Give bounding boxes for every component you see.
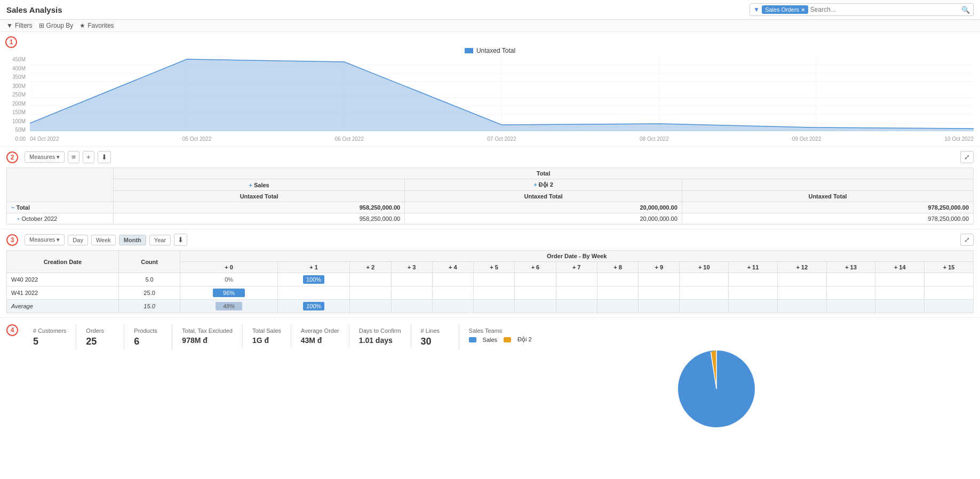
pivot-untaxed-3: Untaxed Total	[682, 191, 973, 202]
stat-lines-label: # Lines	[421, 328, 449, 334]
stat-tax-excl: Total, Tax Excluded 978M đ	[172, 324, 243, 348]
pivot-total-label: Total	[537, 170, 550, 177]
cohort-order-date-header: Order Date - By Week	[180, 251, 974, 262]
cohort-measures-btn[interactable]: Measures ▾	[25, 234, 65, 245]
pivot-untaxed-1: Untaxed Total	[114, 191, 405, 202]
pivot-val-grand-total: 978,250,000.00	[682, 202, 973, 213]
pivot-download-btn[interactable]: ⬇	[98, 151, 111, 163]
stat-lines: # Lines 30	[411, 324, 459, 350]
filters-btn[interactable]: ▼ Filters	[6, 22, 33, 29]
area-chart-svg	[30, 57, 974, 131]
cohort-toolbar: 3 Measures ▾ Day Week Month Year ⬇ ⤢	[6, 234, 974, 246]
pivot-total-minus[interactable]: −	[11, 204, 14, 211]
filters-label: Filters	[15, 22, 33, 29]
chart-y-labels: 450M 400M 350M 300M 250M 200M 150M 100M …	[6, 57, 28, 142]
favorites-icon: ★	[79, 22, 85, 29]
stat-days-confirm: Days to Confirm 1.01 days	[349, 324, 411, 348]
filter-icon: ▼	[753, 6, 760, 13]
pivot-table: Total + Sales + Đội 2 Untaxed Total Unta…	[6, 167, 974, 225]
favorites-btn[interactable]: ★ Favorites	[79, 22, 114, 29]
pie-legend-sales-dot	[469, 337, 476, 342]
stat-products-label: Products	[134, 328, 162, 334]
pivot-oct-plus[interactable]: +	[17, 215, 20, 222]
cohort-table: Creation Date Count Order Date - By Week…	[6, 250, 974, 313]
stat-avg-order-label: Average Order	[301, 328, 339, 334]
search-icon: 🔍	[961, 6, 970, 14]
stat-orders: Orders 25	[76, 324, 124, 350]
favorites-label: Favorites	[87, 22, 114, 29]
pivot-section: 2 Measures ▾ ≡ + ⬇ ⤢ Total + Sales +	[0, 147, 980, 229]
measures-label: Measures	[29, 154, 55, 160]
groupby-icon: ⊞	[39, 22, 44, 29]
pivot-empty-header	[7, 168, 114, 202]
cohort-week-btn[interactable]: Week	[91, 235, 116, 245]
pivot-doi2-plus[interactable]: +	[533, 181, 537, 188]
step-4-badge: 4	[6, 324, 18, 336]
stat-days-confirm-value: 1.01 days	[359, 336, 401, 345]
pivot-val-oct-sales: 958,250,000.00	[114, 213, 405, 225]
pivot-row-total: − Total 958,250,000.00 20,000,000.00 978…	[7, 202, 974, 213]
chart-legend: Untaxed Total	[6, 47, 974, 54]
search-input[interactable]	[808, 6, 961, 13]
pivot-val-oct-doi2: 20,000,000.00	[405, 213, 682, 225]
chart-container: 450M 400M 350M 300M 250M 200M 150M 100M …	[6, 57, 974, 142]
page-header: Sales Analysis ▼ Sales Orders × 🔍	[0, 0, 980, 20]
groupby-label: Group By	[46, 22, 74, 29]
filter-tag-close[interactable]: ×	[801, 6, 804, 13]
stat-customers-label: # Customers	[33, 328, 66, 334]
stat-customers-value: 5	[33, 336, 66, 347]
pivot-toggle-btn[interactable]: ≡	[68, 151, 79, 163]
stat-orders-label: Orders	[86, 328, 114, 334]
pivot-doi2-header: + Đội 2	[405, 179, 682, 191]
cohort-creation-header: Creation Date	[7, 251, 119, 273]
stat-avg-order-value: 43M đ	[301, 336, 339, 345]
pivot-sales-header: + Sales	[114, 179, 405, 191]
cohort-count-header: Count	[118, 251, 180, 273]
pivot-expand-btn[interactable]: ⤢	[960, 151, 974, 163]
cohort-download-btn[interactable]: ⬇	[174, 234, 187, 246]
cohort-row-average: Average 15.0 48% 100%	[7, 300, 974, 313]
cohort-day-btn[interactable]: Day	[68, 235, 88, 245]
chart-x-labels: 04 Oct 2022 05 Oct 2022 06 Oct 2022 07 O…	[30, 136, 974, 142]
pivot-add-btn[interactable]: +	[83, 151, 94, 163]
pivot-toolbar: 2 Measures ▾ ≡ + ⬇ ⤢	[6, 151, 974, 163]
legend-color-untaxed	[465, 48, 473, 53]
stat-customers: # Customers 5	[23, 324, 76, 350]
pivot-val-sales-total: 958,250,000.00	[114, 202, 405, 213]
filter-tag[interactable]: Sales Orders ×	[762, 5, 808, 14]
pivot-grand-total-header	[682, 179, 973, 191]
pivot-sales-plus[interactable]: +	[249, 182, 252, 188]
cohort-row-w40: W40 2022 5.0 0% 100%	[7, 273, 974, 286]
groupby-btn[interactable]: ⊞ Group By	[39, 22, 74, 29]
step-3-badge: 3	[6, 234, 18, 246]
stats-section: 4 # Customers 5 Orders 25 Products 6 Tot…	[0, 318, 980, 441]
stat-total-sales-label: Total Sales	[252, 328, 281, 334]
pie-container	[469, 346, 964, 432]
stat-orders-value: 25	[86, 336, 114, 347]
pie-section: Sales Teams Sales Đội 2	[459, 324, 974, 435]
toolbar-filters: ▼ Filters ⊞ Group By ★ Favorites	[0, 20, 980, 32]
filter-tag-label: Sales Orders	[765, 6, 799, 13]
stat-avg-order: Average Order 43M đ	[291, 324, 349, 348]
stat-tax-excl-label: Total, Tax Excluded	[182, 328, 233, 334]
step-2-badge: 2	[6, 151, 18, 163]
filters-icon: ▼	[6, 22, 13, 29]
stat-total-sales: Total Sales 1G đ	[243, 324, 291, 348]
stat-tax-excl-value: 978M đ	[182, 336, 233, 345]
page-title: Sales Analysis	[6, 5, 62, 14]
pivot-row-oct: + October 2022 958,250,000.00 20,000,000…	[7, 213, 974, 225]
pie-legend: Sales Đội 2	[469, 336, 964, 343]
cohort-expand-btn[interactable]: ⤢	[960, 234, 974, 246]
cohort-month-btn[interactable]: Month	[119, 235, 146, 245]
cohort-year-btn[interactable]: Year	[149, 235, 171, 245]
chart-area	[30, 57, 974, 131]
stat-products: Products 6	[124, 324, 172, 350]
pivot-val-oct-total: 978,250,000.00	[682, 213, 973, 225]
measures-btn[interactable]: Measures ▾	[25, 151, 65, 163]
legend-label-untaxed: Untaxed Total	[476, 47, 515, 54]
pivot-val-doi2-total: 20,000,000.00	[405, 202, 682, 213]
header-right: ▼ Sales Orders × 🔍	[750, 3, 974, 16]
search-bar[interactable]: ▼ Sales Orders × 🔍	[750, 3, 974, 16]
stat-days-confirm-label: Days to Confirm	[359, 328, 401, 334]
chart-section: 1 Untaxed Total 450M 400M 350M 300M 250M…	[0, 32, 980, 147]
